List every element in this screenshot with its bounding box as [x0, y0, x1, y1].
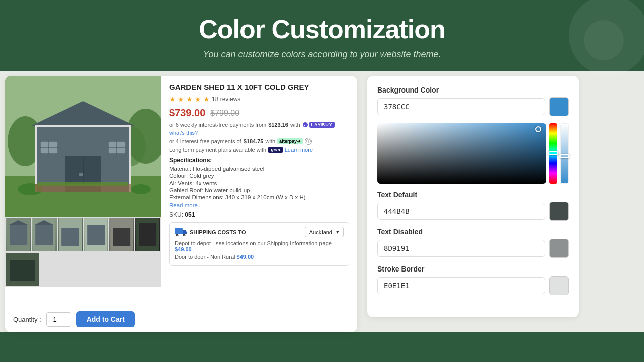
- stroke-border-input-row: [377, 276, 569, 295]
- spec-1: Material: Hot-dipped galvanised steel: [169, 166, 349, 172]
- stroke-border-section: Stroke Border: [377, 265, 569, 295]
- color-gradient-box[interactable]: [377, 123, 546, 184]
- text-disabled-input[interactable]: [377, 240, 545, 257]
- shipping-row-1: Depot to depot - see locations on our Sh…: [175, 240, 344, 252]
- learn-more-link[interactable]: Learn more: [285, 147, 313, 153]
- text-disabled-swatch[interactable]: [549, 239, 569, 258]
- quantity-label: Quantity :: [13, 316, 41, 323]
- sku-row: SKU: 051: [169, 211, 349, 218]
- bg-color-input-row: [377, 97, 569, 116]
- text-disabled-label: Text Disabled: [377, 228, 569, 236]
- color-gradient-wrapper: [377, 123, 546, 184]
- thumbnail-2[interactable]: [32, 218, 56, 251]
- text-default-section: Text Default: [377, 191, 569, 221]
- star-4: ★: [195, 95, 201, 103]
- text-default-swatch[interactable]: [549, 202, 569, 221]
- afterpay-with: with: [265, 138, 275, 144]
- star-1: ★: [169, 95, 176, 103]
- svg-rect-31: [61, 228, 79, 246]
- svg-rect-35: [113, 228, 130, 246]
- main-product-image: [5, 76, 161, 217]
- stroke-border-input[interactable]: [377, 277, 545, 294]
- chevron-down-icon: ▾: [336, 229, 339, 235]
- main-content: GARDEN SHED 11 X 10FT COLD GREY ★ ★ ★ ★ …: [0, 71, 644, 332]
- color-picker-area: [377, 123, 569, 184]
- shipping-row-1-text: Depot to depot - see locations on our Sh…: [175, 240, 332, 246]
- color-picker-thumb[interactable]: [535, 126, 541, 132]
- svg-marker-42: [183, 230, 187, 234]
- laybuy-checkmark-icon: [302, 122, 308, 128]
- stroke-border-label: Stroke Border: [377, 265, 569, 273]
- afterpay-amount: $184.75: [244, 138, 264, 144]
- svg-rect-25: [10, 225, 27, 245]
- quantity-input[interactable]: [46, 312, 71, 327]
- spec-5: External Dimensions: 340 x 319 x 210cm (…: [169, 194, 349, 200]
- thumbnail-4[interactable]: [84, 218, 108, 251]
- svg-rect-28: [35, 225, 53, 245]
- whats-this-link[interactable]: what's this?: [169, 130, 198, 136]
- text-default-input[interactable]: [377, 203, 545, 220]
- text-default-input-row: [377, 202, 569, 221]
- afterpay-info-icon[interactable]: ⓘ: [305, 138, 312, 145]
- gem-payment: Long term payment plans available with g…: [169, 147, 349, 153]
- thumbnail-1[interactable]: [6, 218, 31, 251]
- shipping-dropdown[interactable]: Auckland ▾: [305, 227, 344, 237]
- star-rating: ★ ★ ★ ★ ★ 18 reviews: [169, 95, 349, 103]
- svg-rect-19: [129, 125, 131, 192]
- product-panel: GARDEN SHED 11 X 10FT COLD GREY ★ ★ ★ ★ …: [5, 76, 357, 332]
- shipping-title-group: SHIPPING COSTS TO: [175, 228, 246, 236]
- page-title: Color Customization: [10, 14, 634, 44]
- color-customization-panel: Background Color: [367, 76, 579, 317]
- add-to-cart-bar: Quantity : Add to Cart: [5, 306, 357, 332]
- truck-icon: [175, 228, 187, 236]
- product-details: GARDEN SHED 11 X 10FT COLD GREY ★ ★ ★ ★ …: [161, 76, 357, 306]
- sku-value: 051: [185, 211, 195, 218]
- star-5: ★: [203, 95, 210, 103]
- price-row: $739.00 $799.00: [169, 107, 349, 119]
- star-2: ★: [178, 95, 184, 103]
- text-disabled-input-row: [377, 239, 569, 258]
- afterpay-text: or 4 interest-free payments of: [169, 138, 242, 144]
- shipping-row-2-text: Door to door - Non Rural: [175, 254, 235, 260]
- thumbnail-strip: [5, 217, 161, 252]
- opacity-thumb: [559, 154, 570, 158]
- hue-thumb: [548, 151, 558, 155]
- svg-point-21: [131, 184, 151, 194]
- page-subtitle: You can customize colors according to yo…: [10, 48, 634, 61]
- hue-bar-wrapper: [549, 123, 557, 184]
- laybuy-payment: or 6 weekly interest-free payments from …: [169, 122, 349, 136]
- shipping-label: SHIPPING COSTS TO: [190, 229, 246, 235]
- shipping-header: SHIPPING COSTS TO Auckland ▾: [175, 227, 344, 237]
- text-default-label: Text Default: [377, 191, 569, 199]
- spec-2: Colour: Cold grey: [169, 173, 349, 179]
- read-more-link[interactable]: Read more..: [169, 202, 349, 208]
- add-to-cart-button[interactable]: Add to Cart: [76, 311, 135, 327]
- star-3: ★: [186, 95, 193, 103]
- price-old: $799.00: [210, 109, 239, 118]
- bg-color-swatch[interactable]: [549, 97, 569, 116]
- thumbnail-3[interactable]: [58, 218, 83, 251]
- hue-bar[interactable]: [549, 123, 557, 184]
- laybuy-with: with: [290, 122, 300, 128]
- opacity-bar[interactable]: [560, 123, 569, 184]
- laybuy-amount: $123.16: [268, 122, 288, 128]
- gem-logo: gem: [268, 147, 283, 153]
- svg-rect-18: [35, 125, 37, 192]
- thumbnail-7[interactable]: [6, 253, 39, 286]
- header-section: Color Customization You can customize co…: [0, 0, 644, 71]
- shipping-row-2: Door to door - Non Rural $49.00: [175, 254, 344, 260]
- svg-rect-37: [139, 223, 156, 246]
- shipping-price-2: $49.00: [237, 254, 254, 260]
- shipping-box: SHIPPING COSTS TO Auckland ▾ Depot to de…: [169, 222, 349, 266]
- svg-point-46: [184, 234, 185, 235]
- product-title: GARDEN SHED 11 X 10FT COLD GREY: [169, 83, 349, 92]
- spec-4: Gabled Roof: No water build up: [169, 187, 349, 193]
- thumbnail-6[interactable]: [135, 218, 160, 251]
- thumbnail-5[interactable]: [109, 218, 134, 251]
- stroke-border-swatch[interactable]: [549, 276, 569, 295]
- gem-text: Long term payment plans available with: [169, 147, 266, 153]
- image-gallery: [5, 76, 161, 306]
- price-current: $739.00: [169, 107, 205, 119]
- review-count[interactable]: 18 reviews: [212, 96, 240, 103]
- bg-color-input[interactable]: [377, 98, 545, 115]
